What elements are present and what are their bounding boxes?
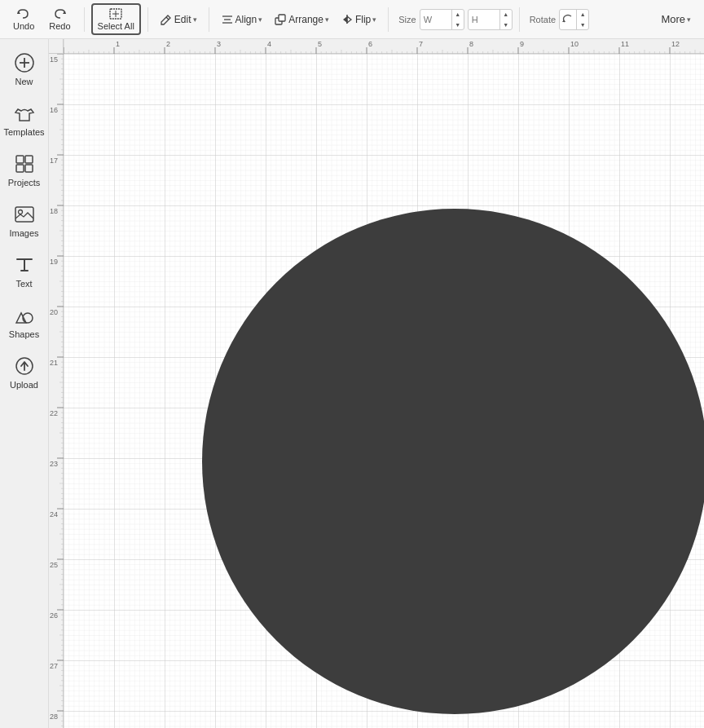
sidebar: New Templates Projects Images [0, 39, 49, 728]
select-all-button[interactable]: Select All [91, 3, 141, 35]
flip-arrow: ▾ [372, 15, 376, 24]
rotate-stepper: ▲ ▼ [576, 9, 588, 30]
history-group: Undo Redo [7, 4, 77, 34]
edit-arrow: ▾ [193, 15, 197, 24]
rotate-input-wrap: ▲ ▼ [559, 9, 589, 30]
grid-canvas[interactable] [64, 54, 704, 728]
align-dropdown[interactable]: Align ▾ [216, 10, 268, 29]
ruler-left: 1516171819202122232425262728 [49, 39, 64, 728]
canvas-area[interactable]: 123456789101112 151617181920212223242526… [49, 39, 704, 728]
undo-icon [16, 7, 31, 20]
svg-text:8: 8 [469, 40, 473, 48]
height-input[interactable] [469, 13, 499, 26]
svg-text:20: 20 [50, 308, 58, 316]
rotate-group: Rotate ▲ ▼ [530, 9, 589, 30]
svg-text:7: 7 [419, 40, 423, 48]
svg-text:5: 5 [318, 40, 322, 48]
sidebar-item-projects-label: Projects [8, 178, 41, 188]
sidebar-item-shapes-label: Shapes [9, 329, 39, 339]
sidebar-item-images-label: Images [9, 228, 38, 238]
width-stepper: ▲ ▼ [451, 9, 464, 30]
width-input[interactable] [420, 13, 451, 26]
svg-text:9: 9 [520, 40, 524, 48]
separator-2 [147, 7, 148, 32]
align-label: Align [235, 14, 257, 25]
svg-rect-16 [15, 207, 33, 222]
toolbar: Undo Redo Select All Edit [0, 0, 704, 39]
sidebar-item-upload[interactable]: Upload [2, 349, 47, 396]
svg-text:17: 17 [50, 157, 58, 165]
sidebar-item-shapes[interactable]: Shapes [2, 298, 47, 346]
edit-icon [160, 13, 173, 26]
svg-rect-8 [279, 15, 285, 21]
svg-text:26: 26 [50, 611, 58, 620]
svg-text:12: 12 [671, 40, 680, 48]
rotate-down[interactable]: ▼ [577, 20, 588, 30]
flip-dropdown[interactable]: Flip ▾ [336, 10, 381, 29]
arrange-icon [274, 13, 287, 26]
ruler-corner [49, 39, 64, 54]
undo-button[interactable]: Undo [7, 4, 41, 34]
svg-text:11: 11 [621, 40, 629, 48]
more-button[interactable]: More ▾ [654, 10, 697, 29]
arrange-label: Arrange [288, 14, 323, 25]
width-up[interactable]: ▲ [452, 9, 464, 20]
ruler-top: 123456789101112 [49, 39, 704, 54]
height-input-wrap: ▲ ▼ [468, 9, 513, 30]
rotate-label: Rotate [530, 15, 556, 24]
separator-5 [519, 7, 520, 32]
svg-text:2: 2 [166, 40, 170, 48]
svg-text:3: 3 [217, 40, 221, 48]
sidebar-item-templates[interactable]: Templates [2, 96, 47, 143]
svg-text:27: 27 [50, 662, 58, 670]
svg-text:21: 21 [50, 359, 58, 367]
select-group: Select All [91, 3, 141, 35]
svg-text:25: 25 [50, 561, 58, 569]
align-arrow: ▾ [258, 15, 262, 24]
redo-icon [52, 7, 67, 20]
svg-text:28: 28 [50, 713, 58, 721]
redo-button[interactable]: Redo [42, 4, 77, 34]
width-down[interactable]: ▼ [452, 20, 464, 30]
height-up[interactable]: ▲ [500, 9, 512, 20]
edit-dropdown[interactable]: Edit ▾ [155, 10, 202, 29]
sidebar-item-projects[interactable]: Projects [2, 147, 47, 194]
plus-circle-icon [14, 52, 35, 73]
height-stepper: ▲ ▼ [499, 9, 512, 30]
canvas-svg[interactable] [64, 54, 704, 728]
sidebar-item-new[interactable]: New [2, 46, 47, 93]
svg-rect-14 [16, 165, 24, 172]
edit-label: Edit [174, 14, 191, 25]
sidebar-item-text-label: Text [15, 279, 32, 289]
svg-text:10: 10 [570, 40, 579, 48]
arrange-dropdown[interactable]: Arrange ▾ [269, 10, 334, 29]
text-icon [14, 254, 35, 276]
size-group: Size ▲ ▼ ▲ ▼ [398, 9, 512, 30]
rotate-up[interactable]: ▲ [577, 9, 588, 20]
height-down[interactable]: ▼ [500, 20, 512, 30]
svg-text:15: 15 [50, 55, 58, 64]
sidebar-item-templates-label: Templates [3, 127, 44, 137]
align-group: Align ▾ Arrange ▾ Flip ▾ [216, 10, 382, 29]
size-label: Size [398, 15, 416, 24]
align-icon [221, 13, 234, 26]
left-ruler-svg: 1516171819202122232425262728 [49, 54, 64, 728]
svg-text:23: 23 [50, 460, 58, 468]
svg-text:18: 18 [50, 207, 58, 215]
top-ruler-svg: 123456789101112 [64, 39, 704, 54]
svg-text:16: 16 [50, 106, 58, 114]
main-circle[interactable] [202, 209, 704, 714]
svg-point-17 [18, 210, 22, 214]
sidebar-item-text[interactable]: Text [2, 248, 47, 295]
svg-text:1: 1 [116, 40, 120, 48]
image-icon [14, 204, 35, 225]
separator-1 [84, 7, 85, 32]
main-area: New Templates Projects Images [0, 39, 704, 728]
grid-icon [14, 153, 35, 174]
edit-group: Edit ▾ [155, 10, 202, 29]
more-label: More [661, 13, 685, 25]
svg-text:6: 6 [368, 40, 372, 48]
svg-text:22: 22 [50, 409, 58, 417]
undo-label: Undo [13, 21, 34, 31]
sidebar-item-images[interactable]: Images [2, 197, 47, 245]
